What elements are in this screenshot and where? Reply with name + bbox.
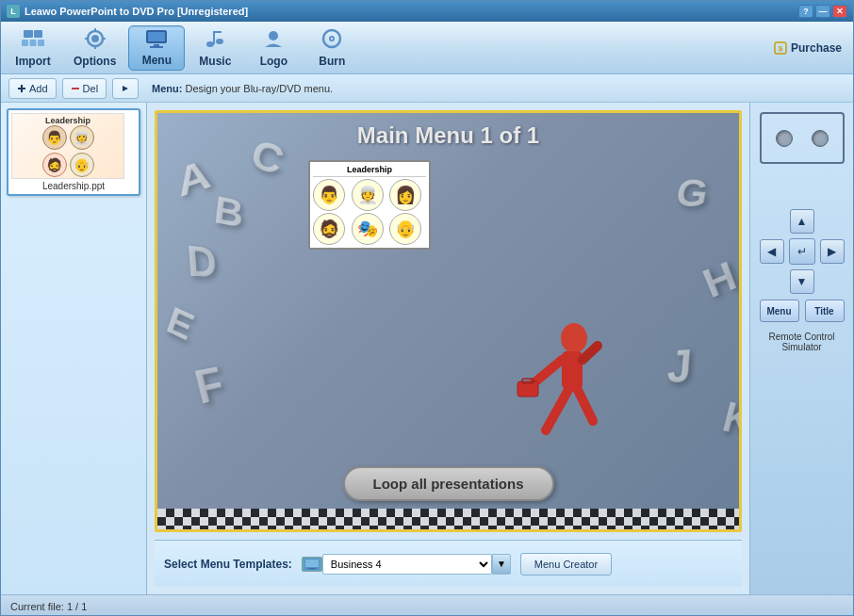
checkerboard-strip <box>157 509 739 529</box>
slide-filename: Leadership.ppt <box>11 181 136 191</box>
music-button[interactable]: Music <box>187 25 243 71</box>
dpad-center-button[interactable]: ↵ <box>789 238 815 265</box>
menu-icon <box>145 29 168 51</box>
purchase-button[interactable]: $ Purchase <box>766 38 849 58</box>
menu-creator-button[interactable]: Menu Creator <box>520 553 612 575</box>
remote-line-1 <box>761 170 844 175</box>
options-icon <box>85 28 106 52</box>
svg-rect-9 <box>85 38 89 40</box>
svg-point-15 <box>206 41 214 47</box>
template-row: Select Menu Templates: Business 4 ▼ Menu… <box>155 540 742 587</box>
svg-line-31 <box>534 360 562 383</box>
dvd-preview: A B C D E F G H J K Main Menu 1 of 1 Lea… <box>155 110 742 532</box>
menu-description-title: Menu: <box>152 83 182 94</box>
ppt-face-3: 👩 <box>389 179 421 211</box>
template-label: Select Menu Templates: <box>164 558 292 571</box>
svg-marker-28 <box>123 86 128 91</box>
dpad-left-button[interactable]: ◀ <box>760 239 784 264</box>
window-title: Leawo PowerPoint to DVD Pro [Unregistere… <box>25 6 248 17</box>
svg-rect-18 <box>213 31 222 33</box>
dpad: ▲ ◀ ↵ ▶ ▼ <box>760 209 845 294</box>
ppt-face-2: 👳 <box>352 179 384 211</box>
slide-preview-title: Leadership <box>12 116 123 125</box>
svg-rect-12 <box>148 32 165 41</box>
svg-rect-17 <box>213 31 215 44</box>
minimize-button[interactable]: — <box>815 5 830 18</box>
add-icon <box>17 84 26 93</box>
remote-title-button[interactable]: Title <box>805 300 845 322</box>
preview-main-title: Main Menu 1 of 1 <box>357 122 539 149</box>
status-bar: Current file: 1 / 1 <box>1 594 853 616</box>
arrow-right-icon <box>121 84 130 93</box>
menu-button[interactable]: Menu <box>128 25 185 71</box>
svg-point-16 <box>216 39 223 44</box>
remote-lines <box>761 170 844 203</box>
slides-panel: Leadership 👨 👳 🧔 👴 Leadership.ppt <box>1 103 147 594</box>
dpad-up-button[interactable]: ▲ <box>790 209 814 234</box>
face-3: 🧔 <box>42 153 67 177</box>
svg-rect-3 <box>30 40 37 46</box>
import-button[interactable]: Import <box>5 25 61 71</box>
remote-menu-button[interactable]: Menu <box>760 300 799 322</box>
logo-button[interactable]: Logo <box>245 25 302 71</box>
logo-icon <box>263 28 284 52</box>
app-icon: L <box>7 5 20 18</box>
ppt-face-6: 👴 <box>389 213 421 245</box>
status-text: Current file: 1 / 1 <box>10 601 87 612</box>
presentation-overlay: Leadership 👨 👳 👩 🧔 🎭 👴 <box>308 160 431 250</box>
svg-rect-10 <box>102 38 106 40</box>
slide-thumbnail[interactable]: Leadership 👨 👳 🧔 👴 Leadership.ppt <box>7 108 140 196</box>
ppt-overlay-title: Leadership <box>313 165 426 177</box>
face-1: 👨 <box>42 125 67 150</box>
face-2: 👳 <box>70 125 94 150</box>
del-button[interactable]: Del <box>62 78 107 99</box>
burn-label: Burn <box>319 55 345 68</box>
purchase-label: Purchase <box>791 41 842 55</box>
remote-line-3 <box>761 188 844 194</box>
svg-rect-38 <box>305 559 319 567</box>
options-button[interactable]: Options <box>63 25 126 71</box>
menu-label: Menu <box>142 54 172 67</box>
template-icon <box>302 557 322 572</box>
logo-label: Logo <box>260 55 287 68</box>
del-icon <box>71 84 80 93</box>
template-select[interactable]: Business 4 <box>322 554 492 575</box>
window-controls: ? — ✕ <box>798 5 847 18</box>
title-bar: L Leawo PowerPoint to DVD Pro [Unregiste… <box>1 1 853 22</box>
arrow-right-button[interactable] <box>112 78 139 99</box>
svg-rect-0 <box>24 30 33 38</box>
close-button[interactable]: ✕ <box>832 5 847 18</box>
svg-point-29 <box>561 323 587 353</box>
dpad-down-button[interactable]: ▼ <box>790 269 814 294</box>
svg-rect-14 <box>150 46 163 48</box>
svg-point-6 <box>91 35 99 42</box>
svg-text:$: $ <box>779 44 783 53</box>
music-icon <box>205 28 225 52</box>
preview-area: A B C D E F G H J K Main Menu 1 of 1 Lea… <box>147 103 749 594</box>
remote-panel: ▲ ◀ ↵ ▶ ▼ Menu Title Remote Control Simu… <box>749 103 853 594</box>
purchase-icon: $ <box>774 41 787 55</box>
svg-line-33 <box>546 388 569 430</box>
svg-point-19 <box>269 31 278 41</box>
remote-action-buttons: Menu Title <box>760 300 845 322</box>
running-man-figure <box>494 317 616 478</box>
import-icon <box>22 28 44 52</box>
burn-icon <box>321 28 342 52</box>
remote-label: Remote Control Simulator <box>768 332 834 352</box>
dropdown-arrow[interactable]: ▼ <box>492 554 511 575</box>
svg-rect-1 <box>34 30 42 38</box>
face-4: 👴 <box>70 153 94 177</box>
svg-rect-8 <box>94 45 96 49</box>
main-area: Leadership 👨 👳 🧔 👴 Leadership.ppt A B C <box>1 103 853 594</box>
menu-description: Menu: Design your Blu-ray/DVD menu. <box>152 83 333 94</box>
burn-button[interactable]: Burn <box>304 25 360 71</box>
loop-button[interactable]: Loop all presentations <box>342 466 553 501</box>
dpad-right-button[interactable]: ▶ <box>820 239 845 264</box>
sub-toolbar: Add Del Menu: Design your Blu-ray/DVD me… <box>1 74 853 103</box>
svg-line-34 <box>577 388 593 421</box>
add-button[interactable]: Add <box>8 78 57 99</box>
del-label: Del <box>83 83 99 94</box>
help-button[interactable]: ? <box>798 5 813 18</box>
menu-description-detail: Design your Blu-ray/DVD menu. <box>186 83 334 94</box>
svg-rect-39 <box>308 568 316 570</box>
